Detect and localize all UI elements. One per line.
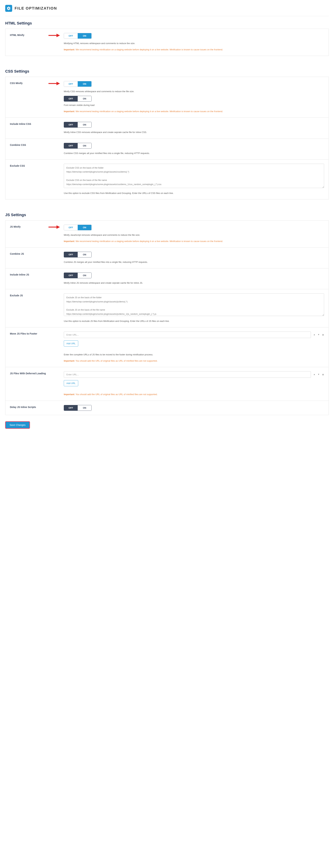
arrow-icon <box>48 33 60 38</box>
warn-text: You should add the URL of original files… <box>76 393 158 396</box>
warn-deferred: Important: You should add the URL of ori… <box>64 393 324 396</box>
toggle-css-font[interactable]: OFFON <box>64 96 91 101</box>
row-include-inline-css: Include Inline CSS OFFON Minify Inline C… <box>5 118 329 138</box>
row-css-minify: CSS Minify OFFON Minify CSS removes whit… <box>5 77 329 118</box>
add-url-button-footer[interactable]: Add URL <box>64 340 78 346</box>
row-exclude-js: Exclude JS Use this option to exclude JS… <box>5 289 329 327</box>
toggle-off[interactable]: OFF <box>64 225 78 230</box>
toggle-css-minify[interactable]: OFFON <box>64 81 91 87</box>
page-title: FILE OPTIMIZATION <box>15 6 57 10</box>
label-exclude-js: Exclude JS <box>10 293 60 323</box>
warn-text: We recommend testing minification on a s… <box>76 48 223 51</box>
save-button[interactable]: Save Changes <box>5 421 30 429</box>
section-title-js: JS Settings <box>5 213 329 217</box>
desc-exclude-js: Use this option to exclude JS files from… <box>64 319 324 323</box>
important-label: Important: <box>64 393 75 396</box>
warn-js-minify: Important: We recommend testing minifica… <box>64 239 324 243</box>
divider <box>5 16 329 16</box>
row-exclude-css: Exclude CSS Use this option to exclude C… <box>5 159 329 199</box>
row-combine-css: Combine CSS OFFON Combine CSS merges all… <box>5 138 329 159</box>
important-label: Important: <box>64 240 75 243</box>
desc-html-minify: Minifying HTML removes whitespace and co… <box>64 41 324 45</box>
desc-include-inline-js: Minify Inline JS removes whitespace and … <box>64 281 324 285</box>
section-title-html: HTML Settings <box>5 21 329 26</box>
remove-icon[interactable]: ✕ <box>322 334 324 336</box>
add-url-button-deferred[interactable]: Add URL <box>64 380 78 386</box>
textarea-exclude-js[interactable] <box>64 293 324 316</box>
arrow-icon <box>48 225 60 230</box>
toggle-combine-js[interactable]: OFFON <box>64 252 91 257</box>
toggle-on[interactable]: ON <box>78 122 91 127</box>
label-deferred: JS Files With Deferred Loading <box>10 371 60 396</box>
url-actions: ▲▼✕ <box>313 334 324 336</box>
desc-css-minify: Minify CSS removes whitespace and commen… <box>64 90 324 93</box>
page-header: FILE OPTIMIZATION <box>5 0 329 16</box>
arrow-icon <box>48 81 60 87</box>
label-include-inline-css: Include Inline CSS <box>10 122 60 134</box>
warn-text: We recommend testing minification on a s… <box>76 110 223 113</box>
desc-css-font: Font remain visible during load <box>64 103 324 107</box>
toggle-on[interactable]: ON <box>78 225 91 230</box>
toggle-on[interactable]: ON <box>78 33 91 38</box>
desc-move-footer: Enter the complete URLs of JS files to b… <box>64 353 324 356</box>
row-js-minify: JS Minify OFFON Minify JavaScript remove… <box>5 220 329 247</box>
css-panel: CSS Minify OFFON Minify CSS removes whit… <box>5 77 329 199</box>
row-deferred: JS Files With Deferred Loading ▲▼✕ Add U… <box>5 367 329 401</box>
toggle-on[interactable]: ON <box>78 143 91 148</box>
warn-text: We recommend testing minification on a s… <box>76 240 223 243</box>
warn-html-minify: Important: We recommend testing minifica… <box>64 48 324 52</box>
toggle-off[interactable]: OFF <box>64 33 78 38</box>
label-combine-css: Combine CSS <box>10 143 60 155</box>
desc-js-minify: Minify JavaScript removes whitespace and… <box>64 233 324 237</box>
toggle-delay-inline[interactable]: OFFON <box>64 405 91 411</box>
toggle-off[interactable]: OFF <box>64 252 78 257</box>
row-move-footer: Move JS Files to Footer ▲▼✕ Add URL Ente… <box>5 327 329 367</box>
row-include-inline-js: Include Inline JS OFFON Minify Inline JS… <box>5 268 329 289</box>
toggle-on[interactable]: ON <box>78 273 91 278</box>
toggle-on[interactable]: ON <box>78 405 91 410</box>
warn-css-minify: Important: We recommend testing minifica… <box>64 110 324 113</box>
label-exclude-css: Exclude CSS <box>10 164 60 195</box>
label-move-footer: Move JS Files to Footer <box>10 332 60 363</box>
desc-combine-js: Combine JS merges all your minified file… <box>64 260 324 264</box>
toggle-include-inline-js[interactable]: OFFON <box>64 273 91 278</box>
toggle-off[interactable]: OFF <box>64 96 78 101</box>
label-combine-js: Combine JS <box>10 252 60 264</box>
warn-text: You should add the URL of original files… <box>76 360 158 362</box>
important-label: Important: <box>64 48 75 51</box>
url-input-deferred[interactable] <box>64 371 311 378</box>
desc-exclude-css: Use this option to exclude CSS files fro… <box>64 191 324 195</box>
move-up-icon[interactable]: ▲ <box>313 334 315 336</box>
textarea-exclude-css[interactable] <box>64 164 324 188</box>
toggle-off[interactable]: OFF <box>64 143 78 148</box>
url-input-move-footer[interactable] <box>64 332 311 338</box>
desc-include-inline-css: Minify Inline CSS removes whitespace and… <box>64 130 324 134</box>
toggle-combine-css[interactable]: OFFON <box>64 143 91 149</box>
important-label: Important: <box>64 360 75 362</box>
desc-combine-css: Combine CSS merges all your minified fil… <box>64 151 324 155</box>
warn-move-footer: Important: You should add the URL of ori… <box>64 359 324 363</box>
move-up-icon[interactable]: ▲ <box>313 373 315 376</box>
toggle-off[interactable]: OFF <box>64 122 78 127</box>
toggle-off[interactable]: OFF <box>64 273 78 278</box>
label-include-inline-js: Include Inline JS <box>10 273 60 285</box>
toggle-include-inline-css[interactable]: OFFON <box>64 122 91 128</box>
toggle-off[interactable]: OFF <box>64 81 78 87</box>
toggle-html-minify[interactable]: OFFON <box>64 33 91 39</box>
js-panel: JS Minify OFFON Minify JavaScript remove… <box>5 220 329 415</box>
row-delay-inline: Delay JS Inline Scripts OFFON <box>5 401 329 415</box>
toggle-off[interactable]: OFF <box>64 405 78 410</box>
remove-icon[interactable]: ✕ <box>322 373 324 376</box>
move-down-icon[interactable]: ▼ <box>318 334 319 336</box>
row-combine-js: Combine JS OFFON Combine JS merges all y… <box>5 247 329 268</box>
html-panel: HTML Minify OFFON Minifying HTML removes… <box>5 29 329 56</box>
important-label: Important: <box>64 110 75 113</box>
toggle-on[interactable]: ON <box>78 252 91 257</box>
toggle-on[interactable]: ON <box>78 81 91 87</box>
gear-icon <box>5 5 12 12</box>
move-down-icon[interactable]: ▼ <box>318 373 319 376</box>
toggle-on[interactable]: ON <box>78 96 91 101</box>
toggle-js-minify[interactable]: OFFON <box>64 225 91 230</box>
label-delay-inline: Delay JS Inline Scripts <box>10 405 60 411</box>
row-html-minify: HTML Minify OFFON Minifying HTML removes… <box>5 29 329 56</box>
